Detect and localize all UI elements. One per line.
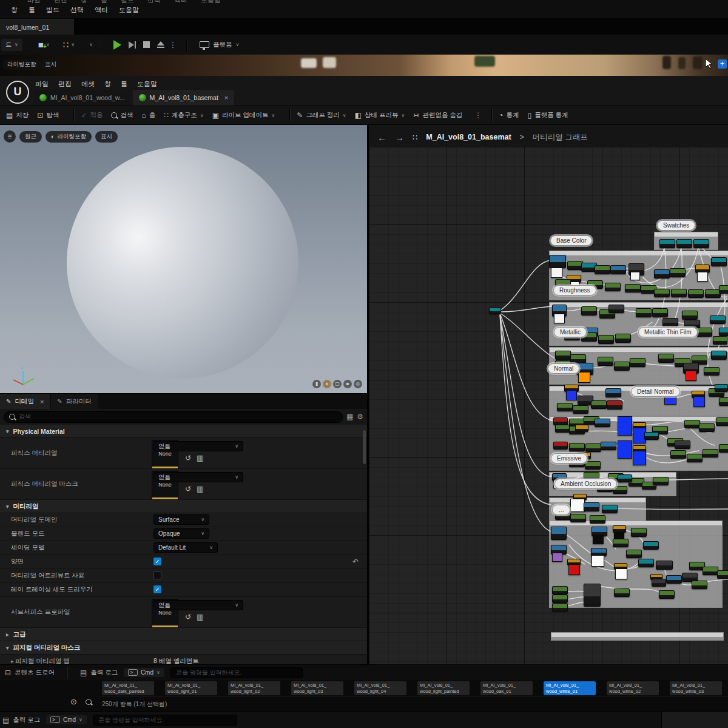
stop-button[interactable] <box>143 41 150 48</box>
graph-node[interactable] <box>643 541 659 550</box>
graph-node[interactable] <box>595 419 610 427</box>
graph-node[interactable] <box>581 306 597 315</box>
section-header[interactable]: ▾머티리얼 <box>0 500 367 513</box>
mat-menu-item[interactable]: 툴 <box>121 79 127 89</box>
graph-node[interactable] <box>614 588 630 597</box>
graph-node[interactable] <box>613 539 629 547</box>
graph-node[interactable] <box>654 289 670 297</box>
filter-target-icon[interactable]: ⊙ <box>70 697 77 706</box>
graph-constant-swatch[interactable] <box>618 416 632 436</box>
asset-dropdown[interactable]: 없음∨ <box>153 472 243 482</box>
main-menu-item[interactable]: 액터 <box>95 5 108 15</box>
graph-node[interactable] <box>608 305 624 313</box>
graph-node[interactable] <box>618 474 632 482</box>
asset-tile[interactable]: MI_AI_vol8_01_wood_oak_01 <box>480 681 533 695</box>
material-graph-canvas[interactable]: Base ColorSwatchesRoughnessMetallicMetal… <box>369 147 728 664</box>
toolbar-brush-button[interactable]: ✎그래프 정리∨ <box>297 111 346 120</box>
graph-node[interactable] <box>653 477 669 485</box>
graph-node[interactable] <box>585 461 601 470</box>
graph-node[interactable] <box>659 590 675 599</box>
graph-node[interactable] <box>711 257 727 266</box>
graph-constant-swatch[interactable] <box>554 314 565 323</box>
graph-node[interactable] <box>671 289 687 297</box>
asset-tile[interactable]: MI_AI_vol8_01_wood_white_02 <box>607 681 659 695</box>
level-tab[interactable]: vol8_lumen_01 <box>0 19 74 35</box>
graph-node[interactable] <box>602 505 618 513</box>
graph-node[interactable] <box>652 308 668 317</box>
graph-node[interactable] <box>644 432 659 440</box>
graph-node[interactable] <box>684 420 700 428</box>
graph-node[interactable] <box>693 239 709 248</box>
toolbar-browse-button[interactable]: ⊡탐색 <box>37 111 59 120</box>
toolbar-home-button[interactable]: ⌂홈 <box>141 111 155 120</box>
asset-tile[interactable]: MI_AI_vol8_01_wood_light_painted <box>417 681 470 695</box>
chevron-down-icon[interactable]: ∨ <box>89 42 93 47</box>
toolbar-stats-button[interactable]: ◔통계 <box>499 111 519 120</box>
toolbar-live-button[interactable]: ▣라이브 업데이트∨ <box>212 111 275 120</box>
add-content-button[interactable]: + <box>718 59 727 69</box>
graph-node[interactable] <box>555 351 571 360</box>
asset-tile[interactable]: MI_AI_vol8_01_wood_dark_painted <box>102 681 154 695</box>
cube-shape-icon[interactable]: ■ <box>343 380 352 388</box>
asset-dropdown[interactable]: 없음∨ <box>153 600 243 610</box>
cmd-dropdown[interactable]: >_Cmd∨ <box>46 715 87 724</box>
checkbox[interactable]: ✓ <box>153 558 161 565</box>
viewport-menu-icon[interactable]: ≡ <box>4 130 16 143</box>
asset-tile[interactable]: MI_AI_vol8_01_wood_white_03 <box>670 681 722 695</box>
graph-constant-swatch[interactable] <box>568 564 580 575</box>
use-selected-icon[interactable]: ↺ <box>185 485 191 493</box>
main-menu-item[interactable]: 창 <box>11 5 18 15</box>
mat-menu-item[interactable]: 에셋 <box>81 79 95 89</box>
graph-node[interactable] <box>716 417 728 426</box>
graph-constant-swatch[interactable] <box>593 534 604 544</box>
more-options-icon[interactable]: ⋮ <box>169 41 177 49</box>
graph-constant-swatch[interactable] <box>697 272 708 281</box>
graph-node[interactable] <box>659 239 675 248</box>
graph-comment-title[interactable]: Emissive <box>551 453 587 463</box>
main-menu-item[interactable]: 빌드 <box>46 5 59 15</box>
graph-node[interactable] <box>607 400 622 410</box>
graph-node[interactable] <box>605 388 621 397</box>
asset-tile[interactable]: MI_AI_vol8_01_wood_white_01 <box>544 681 596 695</box>
plane-shape-icon[interactable]: ▢ <box>333 380 342 388</box>
graph-node[interactable] <box>626 550 642 558</box>
asset-tile[interactable]: MI_AI_vol8_01_wood_light_01 <box>165 681 217 695</box>
viewport-mode-pill[interactable]: 표시 <box>40 59 61 70</box>
graph-node[interactable] <box>610 265 626 274</box>
graph-constant-swatch[interactable] <box>578 372 590 383</box>
graph-node[interactable] <box>631 528 647 537</box>
graph-constant-swatch[interactable] <box>615 568 627 579</box>
mat-menu-item[interactable]: 편집 <box>58 79 72 89</box>
graph-node[interactable] <box>591 400 607 409</box>
section-header[interactable]: ▸고급 <box>0 628 367 641</box>
graph-node[interactable] <box>654 269 670 278</box>
use-selected-icon[interactable]: ↺ <box>185 454 191 462</box>
details-tab[interactable]: ✎디테일× <box>0 394 50 409</box>
toolbar-save-button[interactable]: ▤저장 <box>6 111 29 120</box>
graph-node[interactable] <box>489 308 501 314</box>
skip-to-next-button[interactable] <box>129 41 136 49</box>
graph-node[interactable] <box>615 334 631 343</box>
toolbar-pstats-button[interactable]: ▯플랫폼 통계 <box>528 111 568 120</box>
back-arrow-icon[interactable]: ← <box>377 132 386 143</box>
graph-constant-swatch[interactable] <box>633 451 646 465</box>
graph-node[interactable] <box>688 289 704 298</box>
graph-node[interactable] <box>555 425 570 433</box>
graph-node[interactable] <box>584 502 599 511</box>
add-actor-icon[interactable]: ■+ <box>38 40 44 49</box>
graph-node[interactable] <box>570 514 586 522</box>
chevron-down-icon[interactable]: ∨ <box>71 42 75 47</box>
reset-to-default-icon[interactable]: ↶ <box>352 558 359 566</box>
details-scrollbar[interactable] <box>363 430 366 464</box>
graph-node[interactable] <box>549 255 566 268</box>
settings-gear-icon[interactable]: ⚙ <box>357 413 363 421</box>
graph-comment-title[interactable]: Ambient Occlusion <box>554 479 617 489</box>
graph-node[interactable] <box>575 425 588 432</box>
property-dropdown[interactable]: Opaque∨ <box>153 528 209 539</box>
platforms-button[interactable]: 플랫폼 ∨ <box>200 41 239 49</box>
mat-menu-item[interactable]: 창 <box>104 79 111 89</box>
graph-constant-swatch[interactable] <box>552 553 562 562</box>
graph-node[interactable] <box>652 579 666 587</box>
graph-comment-title[interactable]: Base Color <box>550 235 592 246</box>
graph-node[interactable] <box>704 367 720 376</box>
